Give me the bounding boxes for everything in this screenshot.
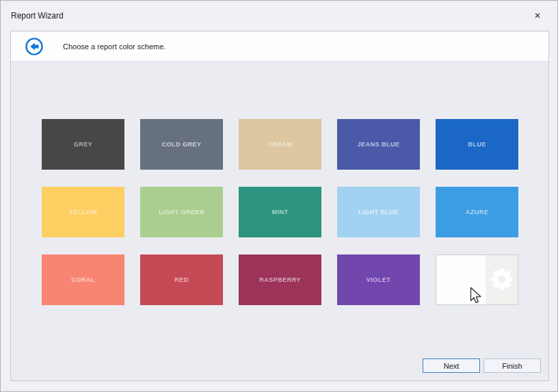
swatch-label: GREY xyxy=(74,141,93,148)
swatch-label: RASPBERRY xyxy=(259,276,301,283)
color-scheme-swatch-cold-grey[interactable]: COLD GREY xyxy=(140,119,223,170)
swatch-label: BLUE xyxy=(468,141,486,148)
swatch-label: RED xyxy=(174,276,189,283)
color-scheme-swatch-blue[interactable]: BLUE xyxy=(436,119,518,170)
page-instruction: Choose a report color scheme. xyxy=(63,42,165,51)
report-wizard-dialog: Report Wizard ✕ Choose a report color sc… xyxy=(0,0,558,392)
swatch-label: AZURE xyxy=(466,209,489,215)
window-title: Report Wizard xyxy=(11,11,64,21)
gear-icon xyxy=(489,266,515,293)
swatch-label: JEANS BLUE xyxy=(357,141,399,148)
swatch-label: CORAL xyxy=(71,276,95,283)
swatch-label: COLD GREY xyxy=(161,141,201,148)
color-scheme-swatch-yellow[interactable]: YELLOW xyxy=(42,187,124,237)
finish-button[interactable]: Finish xyxy=(483,358,541,373)
color-scheme-swatch-raspberry[interactable]: RASPBERRY xyxy=(239,254,321,305)
swatch-label: LIGHT BLUE xyxy=(358,209,399,215)
color-scheme-swatch-violet[interactable]: VIOLET xyxy=(337,254,420,305)
back-button[interactable] xyxy=(25,37,44,56)
wizard-panel: Choose a report color scheme. GREYCOLD G… xyxy=(10,31,549,381)
back-arrow-circle-icon xyxy=(25,48,44,58)
color-scheme-swatch-cream[interactable]: CREAM xyxy=(239,119,321,170)
titlebar: Report Wizard xyxy=(1,1,557,30)
wizard-navigation: Next Finish xyxy=(423,358,541,373)
color-scheme-swatch-light-blue[interactable]: LIGHT BLUE xyxy=(337,187,420,237)
color-scheme-swatch-light-green[interactable]: LIGHT GREEN xyxy=(140,187,223,237)
wizard-header: Choose a report color scheme. xyxy=(11,31,548,62)
color-scheme-swatch-azure[interactable]: AZURE xyxy=(436,187,518,237)
next-button[interactable]: Next xyxy=(423,358,480,373)
swatch-label: YELLOW xyxy=(69,209,98,215)
swatch-label: LIGHT GREEN xyxy=(159,209,204,215)
color-scheme-swatch-custom[interactable] xyxy=(436,254,518,305)
color-scheme-swatch-coral[interactable]: CORAL xyxy=(42,254,124,305)
close-icon[interactable]: ✕ xyxy=(531,10,544,22)
color-scheme-content: GREYCOLD GREYCREAMJEANS BLUEBLUEYELLOWLI… xyxy=(11,62,548,380)
color-scheme-grid: GREYCOLD GREYCREAMJEANS BLUEBLUEYELLOWLI… xyxy=(42,119,518,305)
color-scheme-swatch-jeans-blue[interactable]: JEANS BLUE xyxy=(337,119,420,170)
custom-scheme-settings-area[interactable] xyxy=(486,255,518,304)
swatch-label: CREAM xyxy=(268,141,293,148)
color-scheme-swatch-grey[interactable]: GREY xyxy=(42,119,124,170)
swatch-label: MINT xyxy=(272,209,289,215)
swatch-label: VIOLET xyxy=(367,276,391,283)
color-scheme-swatch-mint[interactable]: MINT xyxy=(239,187,321,237)
color-scheme-swatch-red[interactable]: RED xyxy=(140,254,223,305)
